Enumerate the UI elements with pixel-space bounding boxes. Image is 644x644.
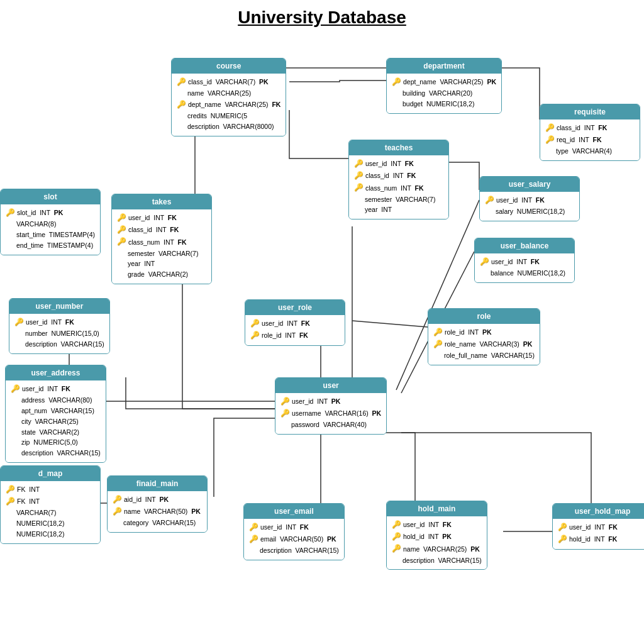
table-row: 🔑role_name VARCHAR(3) PK <box>433 338 535 350</box>
fk-icon: 🔑 <box>354 170 364 182</box>
fk-icon: 🔑 <box>392 519 401 531</box>
fk-icon: 🔑 <box>117 236 126 248</box>
table-row: description VARCHAR(15) <box>14 339 104 350</box>
table-row: 🔑req_id INT FK <box>545 134 635 146</box>
table-row: 🔑user_id INT FK <box>117 212 206 224</box>
row-content: salary NUMERIC(18,2) <box>496 206 565 217</box>
table-header-user_hold_map: user_hold_map <box>553 504 644 519</box>
row-content: description VARCHAR(15) <box>21 448 101 458</box>
fk-icon: 🔑 <box>250 330 260 341</box>
row-content: user_id INT FK <box>262 318 310 329</box>
pk-icon: 🔑 <box>113 506 122 518</box>
table-header-user_role: user_role <box>245 300 345 315</box>
row-content: name VARCHAR(25) PK <box>403 544 480 555</box>
table-row: VARCHAR(8) <box>6 219 95 230</box>
row-content: user_id INT FK <box>22 384 70 394</box>
table-row: 🔑username VARCHAR(16) PK <box>280 408 381 419</box>
table-row: description VARCHAR(8000) <box>177 121 280 132</box>
table-row: 🔑role_id INT PK <box>433 326 535 338</box>
fk-icon: 🔑 <box>354 158 364 170</box>
row-content: hold_id INT FK <box>569 534 617 545</box>
table-body-requisite: 🔑class_id INT FK🔑req_id INT FKtype VARCH… <box>540 119 640 160</box>
row-content: year INT <box>365 204 392 215</box>
row-content: VARCHAR(7) <box>16 508 56 518</box>
fk-icon: 🔑 <box>6 496 15 508</box>
fk-icon: 🔑 <box>6 484 15 496</box>
fk-icon: 🔑 <box>485 194 494 206</box>
row-content: role_id INT FK <box>262 330 308 341</box>
row-content: user_id INT FK <box>569 522 618 533</box>
row-content: class_id INT FK <box>365 170 416 181</box>
pk-icon: 🔑 <box>177 76 186 88</box>
table-header-d_map: d_map <box>1 466 100 481</box>
row-content: user_id INT FK <box>128 213 177 223</box>
row-content: end_time TIMESTAMP(4) <box>16 240 93 251</box>
table-body-takes: 🔑user_id INT FK🔑class_id INT FK🔑class_nu… <box>112 209 211 284</box>
row-content: dept_name VARCHAR(25) FK <box>188 99 280 110</box>
row-content: description VARCHAR(15) <box>402 555 482 566</box>
table-teaches: teaches🔑user_id INT FK🔑class_id INT FK🔑c… <box>348 140 449 219</box>
row-content: username VARCHAR(16) PK <box>292 408 381 419</box>
table-finaid_main: finaid_main🔑aid_id INT PK🔑name VARCHAR(5… <box>107 475 208 533</box>
table-row: NUMERIC(18,2) <box>6 529 95 540</box>
table-row: 🔑name VARCHAR(50) PK <box>113 506 202 518</box>
row-content: name VARCHAR(25) <box>187 88 251 99</box>
table-row: 🔑dept_name VARCHAR(25) PK <box>392 76 496 88</box>
pk-icon: 🔑 <box>6 207 15 219</box>
table-header-takes: takes <box>112 194 211 209</box>
fk-icon: 🔑 <box>249 521 258 533</box>
fk-icon: 🔑 <box>250 318 260 330</box>
row-content: user_id INT FK <box>260 522 309 533</box>
table-row: 🔑user_id INT FK <box>392 519 482 531</box>
table-body-user_role: 🔑user_id INT FK🔑role_id INT FK <box>245 315 345 345</box>
row-content: user_id INT FK <box>365 158 414 169</box>
row-content: user_id INT FK <box>491 257 540 267</box>
fk-icon: 🔑 <box>558 533 567 545</box>
row-content: semester VARCHAR(7) <box>128 248 198 259</box>
table-row: role_full_name VARCHAR(15) <box>433 350 535 361</box>
table-requisite: requisite🔑class_id INT FK🔑req_id INT FKt… <box>540 104 640 161</box>
table-row: 🔑user_id INT FK <box>480 256 569 268</box>
table-row: credits NUMERIC(5 <box>177 111 280 121</box>
row-content: aid_id INT PK <box>124 494 169 505</box>
table-row: year INT <box>117 258 206 269</box>
row-content: class_num INT FK <box>128 237 187 248</box>
table-row: apt_num VARCHAR(15) <box>11 406 101 416</box>
table-row: semester VARCHAR(7) <box>117 248 206 259</box>
table-body-department: 🔑dept_name VARCHAR(25) PKbuilding VARCHA… <box>387 74 501 113</box>
row-content: grade VARCHAR(2) <box>128 269 188 280</box>
row-content: password VARCHAR(40) <box>291 419 367 430</box>
table-body-teaches: 🔑user_id INT FK🔑class_id INT FK🔑class_nu… <box>349 155 448 219</box>
row-content: city VARCHAR(25) <box>21 416 79 427</box>
row-content: zip NUMERIC(5,0) <box>21 437 78 448</box>
fk-icon: 🔑 <box>545 122 555 134</box>
row-content: balance NUMERIC(18,2) <box>491 268 565 279</box>
table-row: grade VARCHAR(2) <box>117 269 206 280</box>
pk-icon: 🔑 <box>433 338 443 350</box>
table-header-course: course <box>172 58 286 74</box>
table-row: semester VARCHAR(7) <box>354 194 443 205</box>
table-row: 🔑class_num INT FK <box>117 236 206 248</box>
table-course: course🔑class_id VARCHAR(7) PKname VARCHA… <box>171 58 286 136</box>
table-row: balance NUMERIC(18,2) <box>480 268 569 279</box>
table-role: role🔑role_id INT PK🔑role_name VARCHAR(3)… <box>428 308 540 365</box>
row-content: credits NUMERIC(5 <box>187 111 247 121</box>
row-content: role_id INT PK <box>445 327 492 338</box>
row-content: building VARCHAR(20) <box>402 88 472 99</box>
row-content: dept_name VARCHAR(25) PK <box>403 77 496 87</box>
table-header-requisite: requisite <box>540 104 640 119</box>
table-header-department: department <box>387 58 501 74</box>
row-content: FK INT <box>17 484 40 495</box>
row-content: start_time TIMESTAMP(4) <box>16 230 95 240</box>
row-content: class_id VARCHAR(7) PK <box>188 77 269 87</box>
pk-icon: 🔑 <box>280 396 290 408</box>
fk-icon: 🔑 <box>14 316 24 328</box>
table-row: 🔑aid_id INT PK <box>113 494 202 506</box>
table-row: address VARCHAR(80) <box>11 395 101 406</box>
table-body-user_email: 🔑user_id INT FK🔑email VARCHAR(50) PKdesc… <box>244 519 344 560</box>
table-body-finaid_main: 🔑aid_id INT PK🔑name VARCHAR(50) PKcatego… <box>108 491 207 532</box>
table-row: building VARCHAR(20) <box>392 88 496 99</box>
table-row: salary NUMERIC(18,2) <box>485 206 574 217</box>
table-header-user: user <box>275 378 386 393</box>
table-body-user: 🔑user_id INT PK🔑username VARCHAR(16) PKp… <box>275 393 386 434</box>
